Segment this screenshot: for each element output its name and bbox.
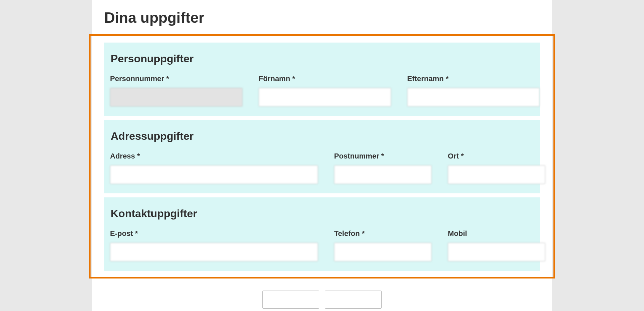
input-fornamn[interactable] bbox=[259, 88, 391, 107]
input-ort[interactable] bbox=[448, 165, 545, 184]
label-ort: Ort * bbox=[448, 152, 545, 161]
bottom-buttons bbox=[102, 291, 542, 309]
input-efternamn[interactable] bbox=[407, 88, 540, 107]
label-telefon: Telefon * bbox=[334, 229, 432, 238]
label-adress: Adress * bbox=[110, 152, 318, 161]
input-postnummer[interactable] bbox=[334, 165, 432, 184]
field-telefon: Telefon * bbox=[334, 229, 432, 261]
label-mobil: Mobil bbox=[448, 229, 545, 238]
field-epost: E-post * bbox=[110, 229, 318, 261]
label-epost: E-post * bbox=[110, 229, 318, 238]
input-mobil[interactable] bbox=[448, 243, 545, 261]
field-ort: Ort * bbox=[448, 152, 545, 184]
page-title: Dina uppgifter bbox=[102, 0, 542, 34]
input-telefon[interactable] bbox=[334, 243, 432, 261]
section-kontaktuppgifter: Kontaktuppgifter E-post * Telefon * Mobi… bbox=[104, 197, 540, 271]
field-postnummer: Postnummer * bbox=[334, 152, 432, 184]
label-efternamn: Efternamn * bbox=[407, 74, 540, 83]
input-epost[interactable] bbox=[110, 243, 318, 261]
field-fornamn: Förnamn * bbox=[259, 74, 391, 107]
section-title-personuppgifter: Personuppgifter bbox=[110, 53, 534, 65]
input-adress[interactable] bbox=[110, 165, 318, 184]
section-personuppgifter: Personuppgifter Personnummer * Förnamn *… bbox=[104, 43, 540, 116]
label-fornamn: Förnamn * bbox=[259, 74, 391, 83]
field-efternamn: Efternamn * bbox=[407, 74, 540, 107]
highlight-box: Personuppgifter Personnummer * Förnamn *… bbox=[89, 34, 555, 278]
section-title-adressuppgifter: Adressuppgifter bbox=[110, 130, 534, 142]
field-adress: Adress * bbox=[110, 152, 318, 184]
field-mobil: Mobil bbox=[448, 229, 545, 261]
input-personnummer bbox=[110, 88, 243, 107]
bottom-button-2[interactable] bbox=[325, 291, 382, 309]
field-personnummer: Personnummer * bbox=[110, 74, 243, 107]
section-title-kontaktuppgifter: Kontaktuppgifter bbox=[110, 207, 534, 220]
label-personnummer: Personnummer * bbox=[110, 74, 243, 83]
bottom-button-1[interactable] bbox=[262, 291, 319, 309]
form-container: Dina uppgifter Personuppgifter Personnum… bbox=[92, 0, 552, 311]
section-adressuppgifter: Adressuppgifter Adress * Postnummer * Or… bbox=[104, 120, 540, 193]
label-postnummer: Postnummer * bbox=[334, 152, 432, 161]
